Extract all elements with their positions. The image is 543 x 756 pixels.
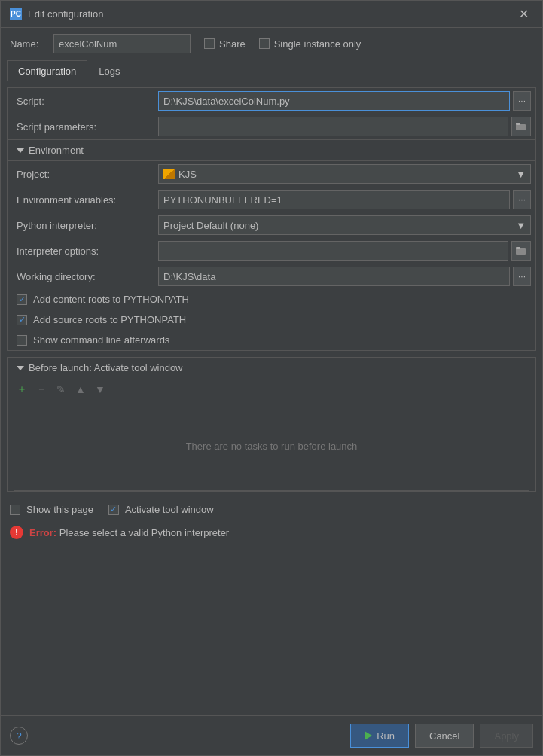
error-icon: ! [10,526,23,539]
apply-button[interactable]: Apply [480,724,533,748]
name-input[interactable] [53,34,191,53]
add-source-roots-label: Add source roots to PYTHONPATH [33,314,186,325]
project-control: KJS ▼ [158,161,535,187]
interp-options-label: Interpreter options: [8,240,158,262]
script-control: ··· [158,88,535,114]
working-dir-label: Working directory: [8,266,158,288]
env-vars-edit-button[interactable]: ··· [513,190,531,209]
close-button[interactable]: ✕ [514,5,533,23]
share-area: Share [204,38,246,50]
run-label: Run [377,730,395,742]
working-dir-control: ··· [158,264,535,289]
svg-rect-0 [516,124,526,130]
error-message: Error: Please select a valid Python inte… [29,527,229,538]
app-icon: PC [10,8,22,20]
help-button[interactable]: ? [10,727,28,745]
dialog-title: Edit configuration [28,8,103,20]
footer-right: Run Cancel Apply [350,724,533,748]
bottom-checkboxes: Show this page ✓ Activate tool window [1,498,542,521]
before-launch-header: Before launch: Activate tool window [8,358,535,378]
tab-logs[interactable]: Logs [87,60,131,81]
show-cmd-line-checkbox[interactable] [17,335,27,346]
content-panel: Script: ··· Script parameters: Environme [1,81,542,715]
script-input[interactable] [158,91,510,111]
interp-options-input[interactable] [158,241,508,261]
single-instance-label: Single instance only [274,38,361,50]
name-row: Name: Share Single instance only [1,28,542,59]
script-params-input[interactable] [158,117,508,136]
name-label: Name: [10,38,47,50]
footer-left: ? [10,727,28,745]
move-up-button: ▲ [72,381,89,398]
environment-label: Environment [29,145,84,156]
python-interp-control: Project Default (none) ▼ [158,212,535,238]
add-content-roots-checkbox[interactable]: ✓ [17,294,27,305]
show-cmd-line-label: Show command line afterwards [33,334,169,346]
environment-section-header: Environment [8,139,535,161]
before-launch-expand-icon[interactable] [17,366,24,370]
single-instance-checkbox[interactable] [259,38,270,49]
remove-task-button: － [33,381,50,398]
tab-configuration[interactable]: Configuration [7,60,87,81]
script-params-label: Script parameters: [8,116,158,138]
working-dir-input[interactable] [158,267,510,286]
project-dropdown-arrow: ▼ [516,169,526,180]
interp-options-folder-button[interactable] [511,241,531,261]
working-dir-browse-button[interactable]: ··· [513,267,531,286]
project-dropdown[interactable]: KJS ▼ [158,164,531,184]
move-down-button: ▼ [92,381,108,398]
project-label: Project: [8,163,158,185]
script-params-control [158,114,535,139]
edit-task-button: ✎ [53,381,69,398]
add-source-roots-checkbox[interactable]: ✓ [17,315,27,325]
python-interp-label: Python interpreter: [8,215,158,236]
add-content-roots-label: Add content roots to PYTHONPATH [33,294,189,305]
run-icon [365,731,372,740]
show-page-label: Show this page [26,504,93,515]
cancel-button[interactable]: Cancel [415,724,474,748]
checkbox-row-1: ✓ Add content roots to PYTHONPATH [8,289,535,309]
python-interp-dropdown[interactable]: Project Default (none) ▼ [158,215,531,235]
svg-rect-3 [516,247,520,249]
env-vars-input[interactable] [158,190,510,209]
title-bar: PC Edit configuration ✕ [1,1,542,28]
env-form-grid: Project: KJS ▼ Environment variables: ··… [8,161,535,289]
form-grid: Script: ··· Script parameters: [8,88,535,139]
project-value: KJS [178,169,516,180]
share-label: Share [219,38,246,50]
svg-rect-2 [516,248,526,255]
before-launch-panel: Before launch: Activate tool window ＋ － … [7,357,536,492]
script-label: Script: [8,90,158,112]
checkbox-row-2: ✓ Add source roots to PYTHONPATH [8,309,535,330]
python-interp-arrow: ▼ [516,220,526,231]
checkbox-row-3: Show command line afterwards [8,330,535,350]
empty-tasks-message: There are no tasks to run before launch [186,440,358,452]
activate-tool-window-checkbox[interactable]: ✓ [108,505,119,515]
share-checkbox[interactable] [204,38,215,49]
svg-rect-1 [516,123,520,125]
error-row: ! Error: Please select a valid Python in… [1,521,542,544]
run-button[interactable]: Run [350,724,409,748]
project-icon [163,169,175,179]
footer: ? Run Cancel Apply [1,715,542,755]
empty-tasks-panel: There are no tasks to run before launch [14,401,529,491]
before-launch-toolbar: ＋ － ✎ ▲ ▼ [8,378,535,401]
add-task-button[interactable]: ＋ [14,381,30,398]
script-params-folder-button[interactable] [511,117,531,136]
show-page-checkbox[interactable] [10,505,20,515]
config-panel: Script: ··· Script parameters: Environme [7,87,536,351]
env-vars-label: Environment variables: [8,189,158,211]
activate-tool-window-label: Activate tool window [125,504,214,515]
script-browse-button[interactable]: ··· [513,91,531,111]
tabs: Configuration Logs [1,59,542,81]
python-interp-value: Project Default (none) [163,220,516,231]
interp-options-control [158,238,535,264]
error-detail: Please select a valid Python interpreter [56,527,229,538]
error-bold-label: Error: [29,527,56,538]
before-launch-label: Before launch: Activate tool window [29,362,183,373]
env-vars-control: ··· [158,187,535,212]
single-instance-area: Single instance only [259,38,361,50]
env-expand-icon[interactable] [17,148,24,153]
